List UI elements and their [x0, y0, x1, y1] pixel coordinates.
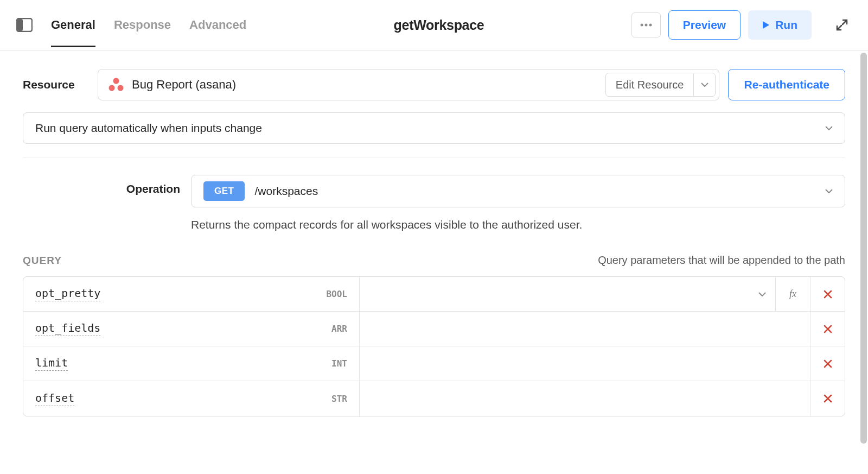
operation-description: Returns the compact records for all work… — [191, 218, 845, 231]
svg-point-2 — [640, 24, 643, 27]
param-delete-button[interactable] — [810, 277, 845, 311]
close-icon — [824, 394, 832, 403]
param-row: limitINT — [23, 346, 845, 381]
tab-general[interactable]: General — [51, 3, 95, 47]
param-name: opt_pretty — [35, 287, 100, 301]
http-verb-badge: GET — [203, 181, 245, 201]
expand-button[interactable] — [831, 14, 853, 36]
operation-label: Operation — [23, 175, 191, 195]
resource-label: Resource — [23, 78, 98, 91]
param-dropdown-toggle[interactable] — [749, 292, 775, 296]
param-value-input[interactable] — [360, 346, 810, 381]
run-button-label: Run — [775, 18, 797, 31]
query-hint: Query parameters that will be appended t… — [598, 254, 845, 267]
chevron-down-icon — [825, 189, 833, 193]
param-name: limit — [35, 356, 68, 371]
param-name: opt_fields — [35, 321, 100, 336]
param-value-input[interactable] — [360, 277, 749, 311]
close-icon — [824, 359, 832, 368]
edit-resource-caret[interactable] — [693, 73, 715, 96]
reauthenticate-button[interactable]: Re-authenticate — [728, 69, 845, 100]
tab-response[interactable]: Response — [114, 3, 171, 47]
svg-point-4 — [649, 24, 652, 27]
scrollbar[interactable] — [860, 53, 867, 444]
play-icon — [762, 21, 770, 29]
param-type: BOOL — [326, 289, 347, 299]
param-type: INT — [331, 358, 347, 369]
param-key-cell[interactable]: offsetSTR — [23, 381, 360, 416]
param-key-cell[interactable]: opt_prettyBOOL — [23, 277, 360, 311]
run-mode-select[interactable]: Run query automatically when inputs chan… — [23, 112, 845, 144]
chevron-down-icon — [825, 126, 833, 130]
param-type: ARR — [331, 324, 347, 334]
tab-advanced[interactable]: Advanced — [189, 3, 246, 47]
param-value-cell — [360, 277, 775, 311]
asana-icon — [108, 77, 124, 92]
resource-select[interactable]: Bug Report (asana) Edit Resource — [98, 69, 719, 100]
header-actions: Preview Run — [631, 10, 853, 40]
page-title: getWorkspace — [246, 17, 631, 33]
more-button[interactable] — [631, 12, 661, 37]
param-type: STR — [331, 394, 347, 404]
run-mode-label: Run query automatically when inputs chan… — [35, 122, 262, 135]
run-button[interactable]: Run — [748, 10, 812, 40]
resource-row: Resource Bug Report (asana) Edit Resourc… — [23, 69, 845, 100]
preview-button[interactable]: Preview — [668, 10, 741, 40]
section-divider — [23, 157, 845, 157]
param-row: opt_fieldsARR — [23, 312, 845, 346]
param-value-input[interactable] — [360, 381, 810, 416]
svg-point-3 — [644, 24, 647, 27]
operation-path: /workspaces — [254, 185, 318, 198]
header-tabs: General Response Advanced — [51, 3, 246, 47]
param-value-input[interactable] — [360, 312, 810, 346]
operation-select[interactable]: GET /workspaces — [191, 175, 845, 207]
query-param-table: opt_prettyBOOLfxopt_fieldsARRlimitINToff… — [23, 276, 845, 416]
edit-resource-label: Edit Resource — [606, 79, 694, 91]
panel-toggle-icon[interactable] — [16, 18, 33, 32]
param-value-cell — [360, 381, 810, 416]
edit-resource-button[interactable]: Edit Resource — [605, 73, 716, 97]
expand-icon — [836, 19, 848, 31]
svg-rect-1 — [17, 19, 23, 31]
body-content: Resource Bug Report (asana) Edit Resourc… — [0, 50, 868, 474]
param-name: offset — [35, 391, 74, 406]
param-value-cell — [360, 312, 810, 346]
query-title: QUERY — [23, 255, 62, 267]
svg-point-7 — [118, 85, 124, 91]
param-delete-button[interactable] — [810, 346, 845, 381]
param-row: offsetSTR — [23, 381, 845, 416]
param-fx-toggle[interactable]: fx — [775, 277, 810, 311]
resource-name: Bug Report (asana) — [132, 78, 236, 92]
operation-row: Operation GET /workspaces Returns the co… — [23, 175, 845, 231]
chevron-down-icon — [701, 83, 709, 87]
query-section-header: QUERY Query parameters that will be appe… — [23, 254, 845, 267]
header-bar: General Response Advanced getWorkspace P… — [0, 0, 868, 50]
param-row: opt_prettyBOOLfx — [23, 277, 845, 312]
svg-point-5 — [113, 78, 119, 84]
param-delete-button[interactable] — [810, 312, 845, 346]
param-key-cell[interactable]: opt_fieldsARR — [23, 312, 360, 346]
svg-point-6 — [109, 85, 115, 91]
close-icon — [824, 325, 832, 333]
param-key-cell[interactable]: limitINT — [23, 346, 360, 381]
ellipsis-icon — [640, 23, 652, 27]
param-delete-button[interactable] — [810, 381, 845, 416]
close-icon — [824, 290, 832, 299]
chevron-down-icon — [758, 292, 766, 296]
param-value-cell — [360, 346, 810, 381]
